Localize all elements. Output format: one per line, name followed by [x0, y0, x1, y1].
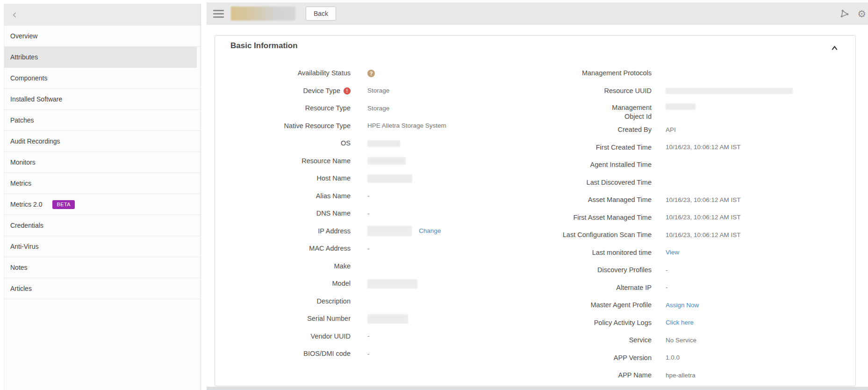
sidebar-item-metrics[interactable]: Metrics: [4, 173, 201, 194]
hamburger-icon[interactable]: [213, 10, 224, 18]
field-label: Description: [215, 297, 351, 306]
link-click-here[interactable]: Click here: [666, 318, 694, 327]
field-value: [367, 314, 408, 324]
field-value: Click here: [666, 318, 694, 327]
field-row: Asset Managed Time10/16/23, 10:06:12 AM …: [514, 191, 851, 209]
redacted-value: [367, 174, 412, 183]
field-value: No Service: [666, 336, 696, 345]
field-label: MAC Address: [215, 244, 351, 253]
field-row: Alias Name-: [215, 188, 514, 205]
panel-title: Basic Information: [230, 41, 298, 51]
field-value: 10/16/23, 10:06:12 AM IST: [666, 196, 741, 204]
sidebar-item-components[interactable]: Components: [4, 68, 201, 89]
sidebar-item-anti-virus[interactable]: Anti-Virus: [4, 236, 201, 257]
sidebar-item-monitors[interactable]: Monitors: [4, 152, 201, 173]
horizontal-scrollbar[interactable]: [207, 387, 868, 390]
fields-right-column: Management ProtocolsResource UUIDManagem…: [514, 65, 851, 384]
sidebar-item-credentials[interactable]: Credentials: [4, 215, 201, 236]
value-text: 10/16/23, 10:06:12 AM IST: [666, 213, 741, 222]
sidebar-item-notes[interactable]: Notes: [4, 257, 201, 278]
sidebar-item-installed-software[interactable]: Installed Software: [4, 89, 201, 110]
sidebar-item-label: Anti-Virus: [10, 243, 38, 250]
sidebar-item-overview[interactable]: Overview: [4, 26, 201, 47]
redacted-value: [666, 103, 696, 110]
sidebar-item-label: Metrics: [10, 180, 31, 187]
field-row: Description: [215, 293, 514, 311]
chevron-left-icon[interactable]: [11, 11, 19, 19]
field-value: 10/16/23, 10:06:12 AM IST: [666, 213, 741, 222]
field-value: -: [367, 332, 370, 340]
value-text: 1.0.0: [666, 354, 680, 362]
redacted-value: [367, 140, 400, 147]
field-label: Availability Status: [215, 69, 351, 78]
alert-circle-icon[interactable]: !: [344, 87, 351, 94]
sidebar-item-metrics-2-0[interactable]: Metrics 2.0BETA: [4, 194, 201, 215]
sidebar-item-articles[interactable]: Articles: [4, 278, 201, 299]
topology-icon[interactable]: [839, 8, 850, 19]
redacted-value: [367, 314, 408, 324]
fields-left-column: Availability Status?Device Type!StorageR…: [215, 65, 514, 384]
gear-icon[interactable]: ⚙: [857, 9, 866, 19]
sidebar-item-label: Overview: [10, 32, 37, 40]
field-value: -: [666, 283, 668, 292]
field-row: Serial Number: [215, 310, 514, 328]
redacted-value: [666, 88, 793, 94]
sidebar-item-label: Monitors: [10, 159, 36, 166]
field-row: Last Configuration Scan Time10/16/23, 10…: [514, 226, 851, 244]
redacted-value: [367, 226, 412, 236]
field-row: OS: [215, 135, 514, 152]
field-label: Asset Managed Time: [514, 195, 652, 204]
sidebar-item-attributes[interactable]: Attributes: [4, 47, 197, 68]
field-label: OS: [215, 139, 351, 148]
sidebar: OverviewAttributesComponentsInstalled So…: [0, 0, 201, 390]
chevron-up-icon[interactable]: [831, 45, 839, 51]
field-value: -: [367, 245, 370, 253]
field-row: Host Name: [215, 170, 514, 188]
field-label: IP Address: [215, 227, 351, 236]
sidebar-item-label: Notes: [10, 264, 28, 271]
link-view[interactable]: View: [666, 248, 679, 257]
field-value: -: [367, 209, 370, 218]
value-text: 10/16/23, 10:06:12 AM IST: [666, 231, 741, 239]
field-value: [367, 174, 412, 183]
field-value: -: [367, 350, 370, 358]
field-row: MAC Address-: [215, 240, 514, 258]
field-label: APP Name: [514, 371, 652, 380]
field-row: ServiceNo Service: [514, 332, 851, 349]
field-label: Discovery Profiles: [514, 266, 652, 274]
field-label: Device Type!: [215, 87, 351, 95]
value-text: API: [666, 126, 676, 134]
value-text: No Service: [666, 336, 696, 345]
sidebar-header: [4, 4, 201, 26]
field-value: [367, 279, 417, 289]
field-label: Policy Activity Logs: [514, 318, 652, 327]
basic-info-card: Basic Information Availability Status?De…: [215, 35, 856, 386]
field-label: Created By: [514, 125, 652, 134]
sidebar-item-label: Patches: [10, 116, 34, 124]
value-text: -: [367, 350, 370, 358]
back-button[interactable]: Back: [306, 7, 336, 21]
sidebar-item-label: Components: [10, 74, 47, 82]
field-label: Resource Type: [215, 104, 351, 113]
field-value: Assign Now: [666, 301, 699, 310]
field-row: Policy Activity LogsClick here: [514, 314, 851, 332]
link-change[interactable]: Change: [419, 227, 441, 235]
field-row: Availability Status?: [215, 65, 514, 82]
field-label: Master Agent Profile: [514, 301, 652, 310]
value-text: -: [367, 209, 370, 218]
field-row: IP AddressChange: [215, 223, 514, 240]
field-label: Resource UUID: [514, 87, 652, 95]
field-label: First Asset Managed Time: [514, 213, 652, 222]
value-text: 10/16/23, 10:06:12 AM IST: [666, 143, 741, 152]
value-text: -: [367, 332, 370, 340]
sidebar-item-audit-recordings[interactable]: Audit Recordings: [4, 131, 201, 152]
sidebar-item-patches[interactable]: Patches: [4, 110, 201, 131]
sidebar-item-label: Metrics 2.0: [10, 201, 42, 208]
value-text: 10/16/23, 10:06:12 AM IST: [666, 196, 741, 204]
field-value: Storage: [367, 104, 389, 113]
link-assign-now[interactable]: Assign Now: [666, 301, 699, 310]
question-circle-icon[interactable]: ?: [367, 70, 375, 77]
field-row: Created ByAPI: [514, 121, 851, 139]
field-row: Resource Name: [215, 152, 514, 170]
field-value: View: [666, 248, 679, 257]
